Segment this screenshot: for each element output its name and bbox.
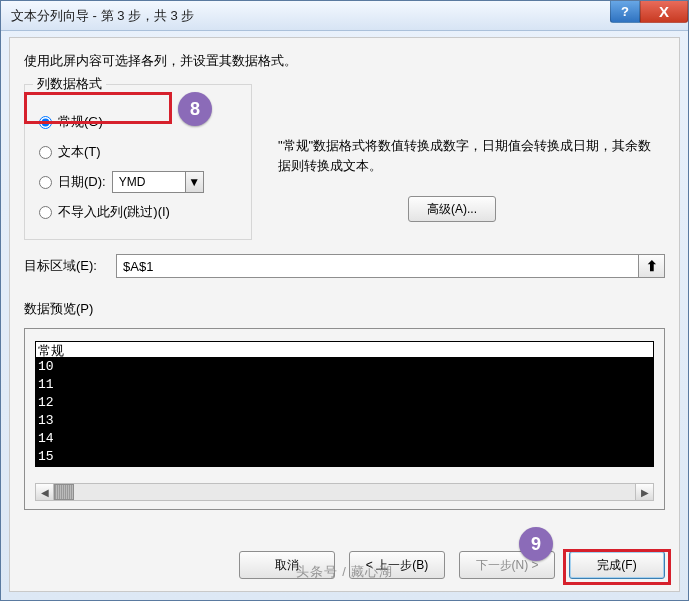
preview-row: 13 <box>38 412 651 430</box>
scroll-thumb[interactable] <box>54 484 74 500</box>
back-button[interactable]: < 上一步(B) <box>349 551 445 579</box>
preview-row: 11 <box>38 376 651 394</box>
radio-text-label: 文本(T) <box>58 143 101 161</box>
collapse-dialog-icon: ⬆ <box>646 258 658 274</box>
advanced-button[interactable]: 高级(A)... <box>408 196 496 222</box>
radio-date[interactable] <box>39 176 52 189</box>
preview-label: 数据预览(P) <box>24 300 665 318</box>
scroll-track[interactable] <box>54 484 635 500</box>
scroll-right-button[interactable]: ▶ <box>635 484 653 500</box>
client-area: 使用此屏内容可选择各列，并设置其数据格式。 列数据格式 常规(G) 文本(T) … <box>9 37 680 592</box>
column-format-legend: 列数据格式 <box>33 75 106 93</box>
destination-input[interactable] <box>116 254 639 278</box>
annotation-badge-8: 8 <box>178 92 212 126</box>
finish-button[interactable]: 完成(F) <box>569 551 665 579</box>
radio-text-row[interactable]: 文本(T) <box>37 137 239 167</box>
radio-skip-label: 不导入此列(跳过)(I) <box>58 203 170 221</box>
preview-body: 10 11 12 13 14 15 <box>36 358 653 466</box>
scroll-left-button[interactable]: ◀ <box>36 484 54 500</box>
date-format-value: YMD <box>113 175 185 189</box>
destination-row: 目标区域(E): ⬆ <box>24 254 665 278</box>
preview-column-header[interactable]: 常规 <box>36 342 653 358</box>
radio-date-label: 日期(D): <box>58 173 106 191</box>
radio-general[interactable] <box>39 116 52 129</box>
triangle-right-icon: ▶ <box>641 487 649 498</box>
dialog-window: 文本分列向导 - 第 3 步，共 3 步 ? X 使用此屏内容可选择各列，并设置… <box>0 0 689 601</box>
titlebar[interactable]: 文本分列向导 - 第 3 步，共 3 步 ? X <box>1 1 688 31</box>
radio-general-label: 常规(G) <box>58 113 103 131</box>
horizontal-scrollbar[interactable]: ◀ ▶ <box>35 483 654 501</box>
radio-text[interactable] <box>39 146 52 159</box>
radio-date-row: 日期(D): YMD ▼ <box>37 167 239 197</box>
annotation-badge-9: 9 <box>519 527 553 561</box>
close-icon: X <box>659 3 669 20</box>
preview-row: 15 <box>38 448 651 466</box>
close-button[interactable]: X <box>640 1 688 23</box>
triangle-left-icon: ◀ <box>41 487 49 498</box>
format-description: "常规"数据格式将数值转换成数字，日期值会转换成日期，其余数据则转换成文本。 <box>278 136 658 176</box>
range-picker-button[interactable]: ⬆ <box>639 254 665 278</box>
cancel-button[interactable]: 取消 <box>239 551 335 579</box>
advanced-button-wrap: 高级(A)... <box>408 196 496 222</box>
preview-box: 常规 10 11 12 13 14 15 ◀ ▶ <box>24 328 665 510</box>
preview-row: 12 <box>38 394 651 412</box>
preview-row: 10 <box>38 358 651 376</box>
dialog-button-row: 取消 < 上一步(B) 下一步(N) > 完成(F) <box>239 551 665 579</box>
window-title: 文本分列向导 - 第 3 步，共 3 步 <box>11 7 194 25</box>
help-icon: ? <box>621 4 629 19</box>
intro-text: 使用此屏内容可选择各列，并设置其数据格式。 <box>24 52 665 70</box>
column-format-group: 列数据格式 常规(G) 文本(T) 日期(D): YMD ▼ <box>24 84 252 240</box>
date-format-combo[interactable]: YMD ▼ <box>112 171 204 193</box>
help-button[interactable]: ? <box>610 1 640 23</box>
titlebar-buttons: ? X <box>610 1 688 23</box>
chevron-down-icon[interactable]: ▼ <box>185 172 203 192</box>
preview-grid[interactable]: 常规 10 11 12 13 14 15 <box>35 341 654 467</box>
radio-skip[interactable] <box>39 206 52 219</box>
preview-row: 14 <box>38 430 651 448</box>
radio-skip-row[interactable]: 不导入此列(跳过)(I) <box>37 197 239 227</box>
destination-label: 目标区域(E): <box>24 257 116 275</box>
